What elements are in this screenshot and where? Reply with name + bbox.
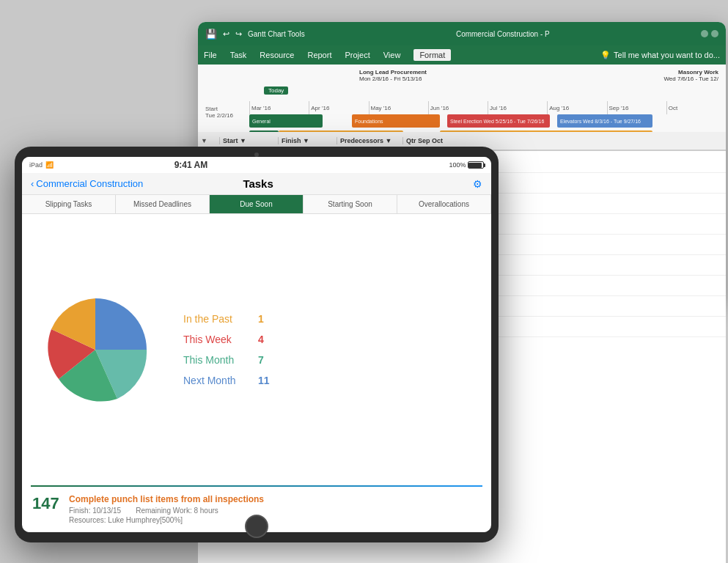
ipad-home-button[interactable]	[245, 515, 268, 538]
col-finish-header: Finish ▼	[279, 137, 337, 144]
filter-icon[interactable]: ⚙	[473, 178, 482, 190]
timeline-title-2: Masonry Work Wed 7/6/16 - Tue 12/	[663, 69, 718, 82]
window-dot-2	[711, 30, 718, 37]
col-start-header: Start ▼	[220, 137, 279, 144]
tab-starting-soon[interactable]: Starting Soon	[304, 195, 397, 213]
col-qtr-header: Qtr Sep Oct	[403, 137, 726, 144]
ipad-screen: iPad 📶 9:41 AM 100% ‹ Commercial Constru…	[22, 157, 491, 532]
col-arrow: ▼	[198, 137, 220, 144]
pie-segment-blue	[95, 298, 147, 350]
tab-slipping-tasks[interactable]: Slipping Tasks	[22, 195, 116, 213]
chart-legend: In the Past 1 This Week 4 This Month 7 N…	[183, 313, 270, 386]
battery-indicator: 100%	[449, 161, 484, 169]
window-controls	[701, 30, 718, 37]
gantt-title: Commercial Construction - P	[456, 30, 550, 38]
legend-count-next-month: 11	[258, 375, 270, 386]
window-dot-1	[701, 30, 708, 37]
ipad-label: iPad	[29, 161, 43, 169]
ipad-nav: ‹ Commercial Construction Tasks ⚙	[22, 173, 491, 195]
ipad-status-bar: iPad 📶 9:41 AM 100%	[22, 157, 491, 173]
pie-chart-container	[37, 291, 154, 408]
status-time: 9:41 AM	[174, 160, 208, 170]
redo-icon: ↪	[235, 29, 242, 39]
task-number: 147	[32, 494, 62, 524]
nav-title: Tasks	[243, 177, 273, 190]
task-title: Complete punch list items from all inspe…	[69, 494, 481, 504]
chart-section: In the Past 1 This Week 4 This Month 7 N…	[22, 214, 491, 485]
content-area: In the Past 1 This Week 4 This Month 7 N…	[22, 214, 491, 532]
legend-item-week: This Week 4	[183, 334, 270, 345]
wifi-icon: 📶	[45, 161, 54, 169]
legend-count-month: 7	[258, 354, 264, 366]
legend-item-next-month: Next Month 11	[183, 375, 270, 386]
legend-item-past: In the Past 1	[183, 313, 270, 325]
undo-icon: ↩	[223, 29, 229, 39]
bar-general: General	[249, 114, 323, 128]
legend-label-next-month: Next Month	[183, 375, 249, 386]
tell-me-box[interactable]: 💡 Tell me what you want to do...	[600, 51, 720, 60]
tell-me-text: Tell me what you want to do...	[614, 51, 720, 59]
pie-chart-svg	[37, 291, 154, 408]
legend-label-past: In the Past	[183, 313, 249, 325]
tab-due-soon[interactable]: Due Soon	[210, 195, 304, 213]
menu-resource[interactable]: Resource	[260, 51, 294, 59]
menu-format[interactable]: Format	[413, 49, 451, 61]
legend-item-month: This Month 7	[183, 354, 270, 366]
legend-label-month: This Month	[183, 354, 249, 366]
tab-missed-deadlines[interactable]: Missed Deadlines	[116, 195, 210, 213]
legend-label-week: This Week	[183, 334, 249, 345]
task-details: Complete punch list items from all inspe…	[69, 494, 481, 524]
save-icon: 💾	[205, 29, 217, 40]
month-headers: Mar '16 Apr '16 May '16 Jun '16 Jul '16 …	[249, 101, 726, 114]
task-meta: Finish: 10/13/15 Remaining Work: 8 hours	[69, 507, 481, 515]
tools-label: Gantt Chart Tools	[248, 30, 305, 38]
ipad-device: iPad 📶 9:41 AM 100% ‹ Commercial Constru…	[15, 147, 499, 542]
bar-foundations: Foundations	[352, 114, 440, 128]
timeline-title-1: Long Lead Procurement Mon 2/8/16 - Fri 5…	[359, 69, 427, 82]
start-label: Start Tue 2/2/16	[205, 106, 233, 119]
bar-steel-erection: Steel Erection Wed 5/25/16 - Tue 7/26/16	[447, 114, 550, 128]
lightbulb-icon: 💡	[600, 51, 611, 60]
back-chevron-icon: ‹	[31, 178, 34, 189]
gantt-titlebar: 💾 ↩ ↪ Gantt Chart Tools Commercial Const…	[198, 22, 726, 45]
timeline-row-1: General Foundations Steel Erection Wed 5…	[249, 114, 726, 129]
today-marker: Today	[264, 87, 288, 95]
menu-project[interactable]: Project	[345, 51, 369, 59]
legend-count-past: 1	[258, 313, 264, 325]
gantt-toolbar[interactable]: File Task Resource Report Project View F…	[198, 45, 726, 65]
col-pred-header: Predecessors ▼	[337, 137, 403, 144]
back-button[interactable]: ‹ Commercial Construction	[31, 178, 143, 189]
tab-overallocations[interactable]: Overallocations	[397, 195, 491, 213]
menu-view[interactable]: View	[383, 51, 401, 59]
camera-dot	[254, 152, 259, 157]
finish-label: Finish: 10/13/15	[69, 507, 121, 515]
remaining-label: Remaining Work: 8 hours	[136, 507, 218, 515]
back-label: Commercial Construction	[36, 178, 143, 189]
bar-elevators: Elevators Wed 8/3/16 - Tue 9/27/16	[557, 114, 652, 128]
legend-count-week: 4	[258, 334, 264, 345]
tab-bar: Slipping Tasks Missed Deadlines Due Soon…	[22, 195, 491, 214]
menu-task[interactable]: Task	[230, 51, 247, 59]
menu-file[interactable]: File	[204, 51, 217, 59]
task-resources: Resources: Luke Humphrey[500%]	[69, 516, 481, 524]
menu-report[interactable]: Report	[307, 51, 331, 59]
